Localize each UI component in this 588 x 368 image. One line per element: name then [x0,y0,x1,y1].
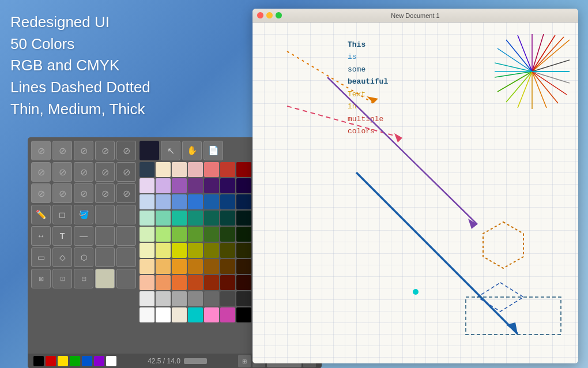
hex-tool[interactable]: ⬡ [74,247,93,267]
color-swatch[interactable] [140,291,154,306]
grid-tool[interactable]: ⊞ [238,355,251,367]
color-swatch[interactable] [140,275,154,290]
color-swatch[interactable] [172,162,187,177]
color-swatch[interactable] [172,178,187,193]
fill-tool[interactable]: 🪣 [74,205,93,224]
color-swatch[interactable] [188,194,203,209]
color-swatch[interactable] [236,259,251,274]
brush-swatch[interactable]: ⊘ [95,141,115,160]
color-swatch[interactable] [188,211,203,226]
color-swatch[interactable] [204,291,219,306]
color-swatch[interactable] [236,194,251,209]
color-swatch[interactable] [220,162,235,177]
line-tool[interactable]: — [74,226,93,246]
eraser-tool[interactable]: ◻ [52,205,72,224]
color-swatch[interactable] [236,162,251,177]
pencil-tool[interactable]: ✏️ [31,205,51,224]
color-swatch[interactable] [204,162,219,177]
color-swatch[interactable] [220,259,235,274]
brush-swatch[interactable]: ⊘ [31,183,51,203]
bottom-color-swatch[interactable] [106,356,116,366]
color-swatch[interactable] [220,243,235,258]
color-swatch[interactable] [220,291,235,306]
brush-swatch[interactable]: ⊘ [52,183,72,203]
color-swatch[interactable] [188,243,203,258]
color-swatch[interactable] [156,227,171,242]
color-swatch[interactable] [172,194,187,209]
color-swatch[interactable] [188,178,203,193]
color-swatch[interactable] [156,307,171,322]
color-swatch[interactable] [236,307,251,322]
color-swatch[interactable] [204,243,219,258]
black-swatch[interactable] [140,141,159,160]
color-swatch[interactable] [204,227,219,242]
minimize-button[interactable] [266,12,273,18]
brush-swatch[interactable]: ⊘ [52,141,72,160]
brush-swatch[interactable]: ⊘ [116,183,136,203]
color-swatch[interactable] [140,259,154,274]
document-canvas[interactable]: This is some beautiful Text in multiple … [252,22,578,363]
text-tool[interactable]: T [52,226,72,246]
color-swatch[interactable] [172,307,187,322]
color-swatch[interactable] [140,243,154,258]
color-swatch[interactable] [204,194,219,209]
pattern-swatch[interactable]: ⊡ [52,269,72,288]
brush-swatch[interactable]: ⊘ [116,162,136,182]
line-thickness[interactable] [184,358,207,364]
bottom-color-swatch[interactable] [33,356,44,366]
color-swatch[interactable] [188,291,203,306]
color-swatch[interactable] [204,275,219,290]
color-swatch[interactable] [220,211,235,226]
color-swatch[interactable] [220,307,235,322]
brush-swatch[interactable]: ⊘ [31,162,51,182]
color-swatch[interactable] [204,307,219,322]
arrow-tool[interactable]: ↔ [31,226,51,246]
bottom-color-swatch[interactable] [82,356,92,366]
close-button[interactable] [257,12,263,18]
color-swatch[interactable] [172,243,187,258]
color-swatch[interactable] [204,178,219,193]
color-swatch[interactable] [236,243,251,258]
color-swatch[interactable] [188,307,203,322]
color-swatch[interactable] [156,178,171,193]
color-swatch[interactable] [140,227,154,242]
color-swatch[interactable] [188,259,203,274]
maximize-button[interactable] [276,12,282,18]
bottom-color-swatch[interactable] [94,356,104,366]
hand-tool[interactable]: ✋ [182,141,202,160]
brush-swatch[interactable]: ⊘ [74,141,93,160]
color-swatch[interactable] [156,211,171,226]
color-swatch[interactable] [204,211,219,226]
color-swatch[interactable] [156,259,171,274]
diamond-tool[interactable]: ◇ [52,247,72,267]
color-swatch[interactable] [140,178,154,193]
color-swatch[interactable] [172,211,187,226]
cursor-tool[interactable]: ↖ [161,141,180,160]
color-swatch[interactable] [188,162,203,177]
color-swatch[interactable] [188,275,203,290]
brush-swatch[interactable]: ⊘ [74,162,93,182]
color-swatch[interactable] [236,275,251,290]
color-swatch[interactable] [220,178,235,193]
bottom-color-swatch[interactable] [70,356,80,366]
color-swatch[interactable] [220,194,235,209]
color-swatch[interactable] [172,227,187,242]
brush-swatch[interactable]: ⊘ [95,162,115,182]
color-swatch[interactable] [156,194,171,209]
brush-swatch[interactable]: ⊘ [116,141,136,160]
pattern-swatch[interactable] [116,269,136,288]
color-swatch[interactable] [236,227,251,242]
brush-swatch[interactable]: ⊘ [52,162,72,182]
color-swatch[interactable] [140,211,154,226]
color-swatch[interactable] [188,227,203,242]
color-swatch[interactable] [220,227,235,242]
color-swatch[interactable] [220,275,235,290]
color-swatch[interactable] [140,162,154,177]
color-swatch[interactable] [236,291,251,306]
color-swatch[interactable] [236,211,251,226]
color-swatch[interactable] [172,291,187,306]
color-swatch[interactable] [236,178,251,193]
color-swatch[interactable] [140,307,154,322]
color-swatch[interactable] [172,259,187,274]
brush-swatch[interactable]: ⊘ [95,183,115,203]
